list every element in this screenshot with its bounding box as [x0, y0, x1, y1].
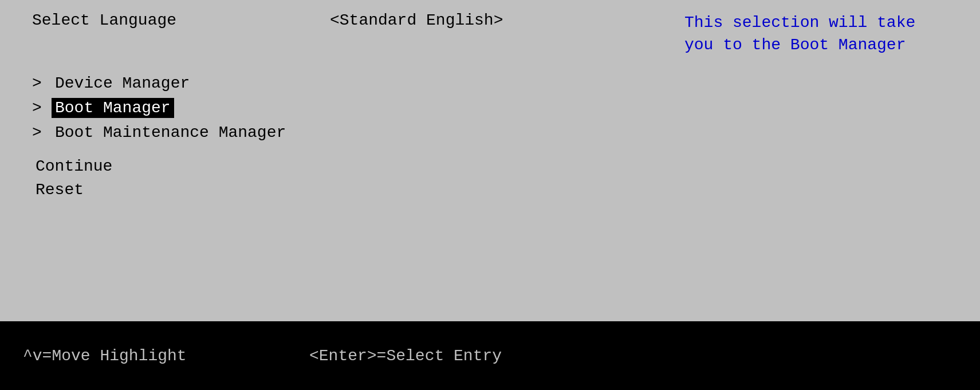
menu-item-boot-manager[interactable]: > Boot Manager [32, 98, 948, 118]
boot-manager-label[interactable]: Boot Manager [52, 98, 174, 118]
top-row: Select Language <Standard English> This … [32, 11, 948, 56]
menu-items: > Device Manager > Boot Manager > Boot M… [32, 73, 948, 143]
status-move-highlight: ^v=Move Highlight [23, 347, 309, 365]
language-value[interactable]: <Standard English> [330, 11, 684, 29]
plain-items: Continue Reset [32, 156, 948, 200]
help-text: This selection will take you to the Boot… [684, 11, 948, 56]
status-select-entry: <Enter>=Select Entry [309, 347, 502, 365]
arrow-icon-boot-maintenance-manager: > [32, 124, 46, 141]
arrow-icon-device-manager: > [32, 74, 46, 92]
select-language-label: Select Language [32, 11, 330, 29]
boot-maintenance-manager-label[interactable]: Boot Maintenance Manager [52, 123, 289, 143]
device-manager-label[interactable]: Device Manager [52, 73, 193, 93]
continue-button[interactable]: Continue [32, 156, 948, 176]
main-area: Select Language <Standard English> This … [0, 0, 980, 321]
reset-button[interactable]: Reset [32, 180, 948, 200]
status-bar: ^v=Move Highlight <Enter>=Select Entry [0, 321, 980, 390]
arrow-icon-boot-manager: > [32, 99, 46, 117]
menu-item-device-manager[interactable]: > Device Manager [32, 73, 948, 93]
menu-item-boot-maintenance-manager[interactable]: > Boot Maintenance Manager [32, 123, 948, 143]
